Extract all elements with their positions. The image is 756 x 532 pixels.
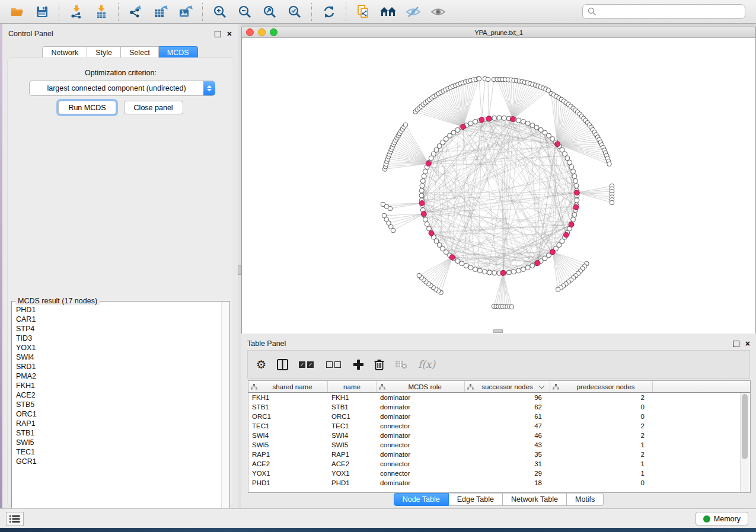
- tab-node-table[interactable]: Node Table: [394, 493, 449, 506]
- cell-MCDS-role[interactable]: dominator: [377, 478, 465, 488]
- mcds-result-list[interactable]: PHD1CAR1STP4TID3YOX1SWI4SRD1PMA2FKH1ACE2…: [12, 305, 221, 520]
- mcds-result-item[interactable]: RAP1: [16, 419, 221, 428]
- cell-predecessor-nodes[interactable]: 1: [550, 440, 653, 450]
- select-all-button[interactable]: ✓✓: [299, 360, 315, 369]
- cell-predecessor-nodes[interactable]: 1: [550, 469, 653, 478]
- mcds-result-item[interactable]: TID3: [16, 334, 221, 343]
- cell-MCDS-role[interactable]: dominator: [377, 402, 465, 412]
- cell-MCDS-role[interactable]: dominator: [377, 431, 465, 440]
- import-network-button[interactable]: [65, 2, 88, 21]
- cell-successor-nodes[interactable]: 46: [465, 431, 550, 440]
- cell-predecessor-nodes[interactable]: 0: [550, 478, 653, 488]
- mcds-result-item[interactable]: FKH1: [16, 381, 221, 390]
- column-header-MCDS-role[interactable]: MCDS role: [377, 381, 465, 392]
- table-row[interactable]: YOX1YOX1connector291: [248, 469, 750, 478]
- network-canvas[interactable]: [242, 38, 755, 334]
- cell-predecessor-nodes[interactable]: 1: [550, 459, 653, 469]
- search-input[interactable]: [596, 7, 745, 17]
- export-table-button[interactable]: [149, 2, 172, 21]
- import-table-button[interactable]: [90, 2, 113, 21]
- first-neighbors-button[interactable]: [377, 2, 400, 21]
- table-scrollbar[interactable]: [740, 393, 749, 492]
- zoom-in-button[interactable]: [209, 2, 231, 21]
- mcds-list-scrollbar[interactable]: [221, 302, 229, 521]
- table-row[interactable]: RAP1RAP1dominator352: [248, 450, 750, 459]
- zoom-selected-button[interactable]: [283, 2, 306, 21]
- add-column-button[interactable]: [353, 360, 363, 370]
- table-row[interactable]: SWI5SWI5connector431: [248, 440, 750, 450]
- mcds-result-item[interactable]: SWI5: [16, 438, 221, 447]
- cell-shared-name[interactable]: PHD1: [248, 478, 328, 488]
- mcds-result-item[interactable]: YOX1: [16, 343, 221, 352]
- save-button[interactable]: [31, 2, 53, 21]
- cell-name[interactable]: FKH1: [328, 393, 377, 402]
- table-row[interactable]: PHD1PHD1dominator180: [248, 478, 750, 488]
- cell-shared-name[interactable]: STB1: [248, 402, 328, 412]
- cell-shared-name[interactable]: RAP1: [248, 450, 328, 459]
- show-all-button[interactable]: [427, 2, 449, 21]
- deselect-all-button[interactable]: [326, 360, 343, 369]
- column-header-predecessor-nodes[interactable]: predecessor nodes: [550, 381, 653, 392]
- mcds-result-item[interactable]: PMA2: [16, 371, 221, 381]
- delete-column-button[interactable]: [374, 359, 384, 370]
- float-panel-icon[interactable]: [215, 31, 221, 37]
- refresh-button[interactable]: [318, 2, 340, 21]
- zoom-out-button[interactable]: [234, 2, 256, 21]
- table-row[interactable]: TEC1TEC1connector472: [248, 421, 750, 431]
- cell-MCDS-role[interactable]: connector: [377, 421, 465, 431]
- table-row[interactable]: ORC1ORC1dominator610: [248, 412, 750, 421]
- cell-shared-name[interactable]: SWI5: [248, 440, 328, 450]
- cell-MCDS-role[interactable]: dominator: [377, 412, 465, 421]
- cell-name[interactable]: RAP1: [328, 450, 377, 459]
- cell-successor-nodes[interactable]: 62: [465, 402, 550, 412]
- open-button[interactable]: [6, 2, 28, 21]
- cell-successor-nodes[interactable]: 35: [465, 450, 550, 459]
- search-box[interactable]: [582, 4, 745, 19]
- table-row[interactable]: FKH1FKH1dominator962: [248, 393, 750, 402]
- cell-MCDS-role[interactable]: connector: [377, 469, 465, 478]
- cell-predecessor-nodes[interactable]: 2: [550, 393, 653, 402]
- function-builder-button[interactable]: f(x): [418, 358, 435, 370]
- cell-name[interactable]: TEC1: [328, 421, 377, 431]
- mcds-result-item[interactable]: TEC1: [16, 447, 221, 457]
- mcds-result-item[interactable]: STB5: [16, 400, 221, 409]
- zoom-fit-button[interactable]: [259, 2, 281, 21]
- cell-name[interactable]: SWI4: [328, 431, 377, 440]
- float-table-panel-icon[interactable]: [733, 341, 739, 347]
- cell-shared-name[interactable]: SWI4: [248, 431, 328, 440]
- close-table-panel-icon[interactable]: ×: [745, 341, 750, 347]
- cell-name[interactable]: YOX1: [328, 469, 377, 478]
- cell-MCDS-role[interactable]: dominator: [377, 393, 465, 402]
- mcds-result-item[interactable]: SRD1: [16, 362, 221, 371]
- table-row[interactable]: SWI4SWI4dominator462: [248, 431, 750, 440]
- table-row[interactable]: STB1STB1dominator620: [248, 402, 750, 412]
- export-image-button[interactable]: [174, 2, 197, 21]
- cell-predecessor-nodes[interactable]: 0: [550, 402, 653, 412]
- mcds-result-item[interactable]: ACE2: [16, 390, 221, 400]
- close-panel-button[interactable]: Close panel: [124, 101, 183, 114]
- cell-predecessor-nodes[interactable]: 2: [550, 431, 653, 440]
- cell-successor-nodes[interactable]: 29: [465, 469, 550, 478]
- cell-shared-name[interactable]: ORC1: [248, 412, 328, 421]
- cell-MCDS-role[interactable]: connector: [377, 440, 465, 450]
- cell-successor-nodes[interactable]: 31: [465, 459, 550, 469]
- cell-predecessor-nodes[interactable]: 2: [550, 421, 653, 431]
- cell-successor-nodes[interactable]: 61: [465, 412, 550, 421]
- table-scrollbar-thumb[interactable]: [742, 394, 748, 459]
- memory-button[interactable]: Memory: [696, 512, 748, 525]
- cell-name[interactable]: ACE2: [328, 459, 377, 469]
- cell-MCDS-role[interactable]: connector: [377, 459, 465, 469]
- table-row[interactable]: ACE2ACE2connector311: [248, 459, 750, 469]
- tab-network-table[interactable]: Network Table: [503, 493, 567, 506]
- cell-predecessor-nodes[interactable]: 2: [550, 450, 653, 459]
- mcds-result-item[interactable]: STB1: [16, 428, 221, 438]
- export-network-button[interactable]: [125, 2, 147, 21]
- gear-button[interactable]: ⚙: [256, 359, 266, 370]
- tab-motifs[interactable]: Motifs: [567, 493, 604, 506]
- cell-shared-name[interactable]: FKH1: [248, 393, 328, 402]
- mcds-result-item[interactable]: SWI4: [16, 352, 221, 362]
- run-mcds-button[interactable]: Run MCDS: [58, 101, 116, 114]
- mcds-result-item[interactable]: ORC1: [16, 409, 221, 419]
- cell-successor-nodes[interactable]: 47: [465, 421, 550, 431]
- horizontal-splitter-handle[interactable]: [493, 329, 503, 333]
